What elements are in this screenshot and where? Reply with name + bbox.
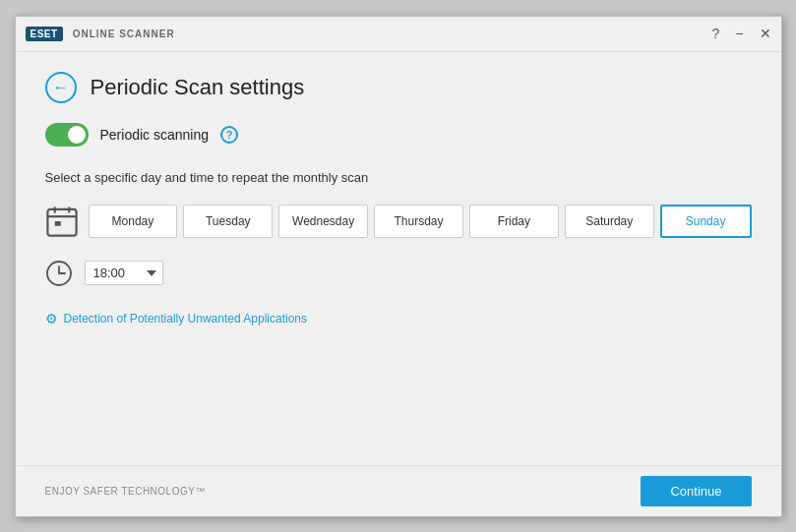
continue-button[interactable]: Continue (641, 476, 751, 506)
back-button[interactable]: ← (45, 72, 77, 103)
close-button[interactable]: ✕ (760, 27, 771, 40)
day-monday[interactable]: Monday (89, 205, 178, 238)
toggle-row: Periodic scanning ? (45, 123, 752, 147)
day-saturday[interactable]: Saturday (565, 205, 654, 238)
app-name: ONLINE SCANNER (73, 29, 175, 39)
svg-rect-4 (54, 221, 60, 226)
pua-link-row: ⚙ Detection of Potentially Unwanted Appl… (45, 311, 752, 326)
day-thursday[interactable]: Thursday (374, 205, 463, 238)
titlebar: ESET ONLINE SCANNER ? − ✕ (16, 17, 781, 52)
scan-description: Select a specific day and time to repeat… (45, 170, 752, 185)
help-button[interactable]: ? (712, 27, 720, 40)
days-container: Monday Tuesday Wednesday Thursday Friday… (89, 205, 752, 238)
calendar-icon (45, 205, 79, 238)
main-window: ESET ONLINE SCANNER ? − ✕ ← Periodic Sca… (15, 16, 782, 517)
time-select[interactable]: 00:00 01:00 02:00 03:00 04:00 05:00 06:0… (85, 261, 163, 285)
day-friday[interactable]: Friday (469, 205, 559, 238)
day-wednesday[interactable]: Wednesday (278, 205, 368, 238)
window-controls: ? − ✕ (712, 27, 771, 40)
footer-tagline: ENJOY SAFER TECHNOLOGY™ (45, 486, 206, 497)
page-title: Periodic Scan settings (91, 75, 305, 100)
page-header: ← Periodic Scan settings (45, 72, 752, 103)
day-selector-row: Monday Tuesday Wednesday Thursday Friday… (45, 205, 752, 238)
day-sunday[interactable]: Sunday (660, 205, 752, 238)
clock-icon (45, 260, 73, 287)
main-content: ← Periodic Scan settings Periodic scanni… (16, 52, 781, 465)
toggle-label: Periodic scanning (100, 127, 210, 143)
eset-badge: ESET (26, 27, 63, 41)
svg-rect-0 (47, 208, 76, 235)
back-icon: ← (53, 79, 69, 96)
footer: ENJOY SAFER TECHNOLOGY™ Continue (16, 465, 781, 516)
time-row: 00:00 01:00 02:00 03:00 04:00 05:00 06:0… (45, 260, 752, 287)
pua-link[interactable]: Detection of Potentially Unwanted Applic… (64, 312, 307, 325)
gear-icon: ⚙ (45, 311, 58, 326)
periodic-scanning-toggle[interactable] (45, 123, 89, 147)
day-tuesday[interactable]: Tuesday (183, 205, 273, 238)
toggle-help-icon[interactable]: ? (220, 126, 238, 144)
app-logo: ESET ONLINE SCANNER (26, 27, 175, 41)
minimize-button[interactable]: − (735, 27, 743, 40)
